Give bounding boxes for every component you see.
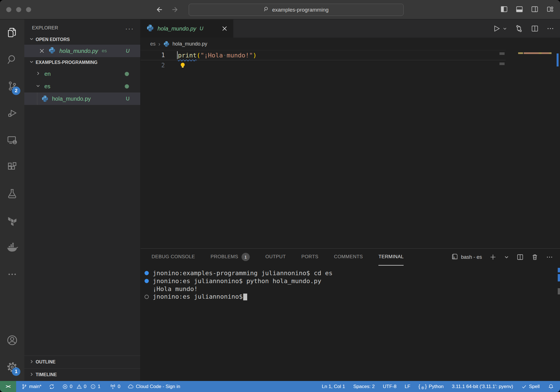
tab-bar: hola_mundo.py U — [141, 20, 560, 38]
extensions-icon — [7, 161, 18, 174]
toggle-secondary-sidebar-icon[interactable] — [531, 5, 539, 14]
cursor-position-status[interactable]: Ln 1, Col 1 — [322, 384, 345, 389]
breadcrumb-file[interactable]: hola_mundo.py — [173, 41, 207, 47]
activity-extensions[interactable] — [0, 154, 24, 181]
activity-source-control[interactable]: 2 — [0, 73, 24, 100]
breadcrumb-folder[interactable]: es — [150, 41, 156, 47]
zoom-window-button[interactable] — [26, 7, 31, 12]
activity-run-debug[interactable] — [0, 100, 24, 127]
tree-item-folder-es[interactable]: es — [24, 80, 140, 92]
editor-more-actions-icon[interactable] — [546, 25, 554, 33]
line-number: 1 — [141, 52, 178, 59]
timeline-header[interactable]: TIMELINE — [24, 368, 140, 381]
overview-ruler-info-marker — [557, 53, 559, 66]
split-terminal-icon[interactable] — [516, 253, 524, 261]
terminal-overview-mark — [558, 274, 560, 281]
close-window-button[interactable] — [6, 7, 11, 12]
chevron-down-icon — [36, 83, 40, 90]
line-number: 2 — [141, 62, 178, 69]
explorer-actions-icon[interactable]: ··· — [125, 25, 134, 34]
activity-explorer[interactable] — [0, 20, 24, 46]
open-editor-item[interactable]: hola_mundo.py es U — [24, 45, 140, 57]
split-editor-icon[interactable] — [531, 25, 539, 33]
lightbulb-icon[interactable] — [179, 62, 186, 69]
activity-accounts[interactable] — [0, 327, 24, 354]
command-center-search[interactable]: examples-programming — [189, 4, 404, 16]
ports-status[interactable]: 0 — [110, 384, 120, 389]
activity-docker[interactable] — [0, 234, 24, 261]
tree-item-file-hola-mundo[interactable]: hola_mundo.py U — [24, 92, 140, 105]
remote-indicator[interactable]: >< — [0, 381, 16, 392]
python-file-icon — [41, 95, 49, 102]
tab-terminal[interactable]: TERMINAL — [378, 249, 404, 266]
indentation-status[interactable]: Spaces: 2 — [353, 384, 375, 389]
cloud-code-signin[interactable]: Cloud Code - Sign in — [128, 384, 180, 390]
cloud-icon — [128, 384, 134, 390]
tab-ports[interactable]: PORTS — [301, 249, 318, 266]
tab-debug-console[interactable]: DEBUG CONSOLE — [152, 249, 195, 266]
explorer-sidebar: EXPLORER ··· OPEN EDITORS hola_mundo.py … — [24, 20, 141, 381]
git-branch-status[interactable]: main* — [21, 384, 41, 389]
chevron-right-icon — [29, 359, 34, 365]
whitespace-dot: · — [223, 52, 227, 59]
minimap-decoration — [499, 52, 505, 55]
eol-status[interactable]: LF — [405, 384, 410, 389]
notifications-bell[interactable] — [548, 384, 554, 390]
tab-problems[interactable]: PROBLEMS1 — [211, 249, 250, 266]
chevron-separator: › — [158, 41, 160, 47]
problems-badge: 1 — [242, 253, 250, 261]
activity-search[interactable] — [0, 46, 24, 73]
forward-icon[interactable] — [171, 6, 179, 14]
toggle-sidebar-icon[interactable] — [500, 5, 508, 14]
text-cursor — [177, 51, 178, 59]
encoding-status[interactable]: UTF-8 — [383, 384, 397, 389]
language-mode-status[interactable]: { } Python — [419, 384, 444, 389]
minimap[interactable] — [518, 52, 552, 54]
terminal-text: ¡Hola mundo! — [153, 285, 198, 292]
close-editor-icon[interactable] — [39, 48, 45, 54]
terminal-session-selector[interactable]: $ bash - es — [451, 253, 482, 261]
workspace-header[interactable]: EXAMPLES-PROGRAMMING — [24, 57, 140, 68]
docker-icon — [6, 242, 18, 255]
spell-checker-status[interactable]: Spell — [521, 384, 540, 389]
back-icon[interactable] — [155, 6, 163, 14]
toggle-panel-icon[interactable] — [516, 5, 523, 14]
kill-terminal-icon[interactable] — [531, 253, 539, 261]
terminal-output[interactable]: jnonino:examples-programming juliannonin… — [141, 266, 560, 301]
command-success-dot — [145, 279, 149, 283]
command-success-dot — [145, 271, 149, 275]
activity-terraform[interactable] — [0, 208, 24, 234]
new-terminal-icon[interactable] — [489, 253, 497, 261]
run-python-file-button[interactable] — [493, 25, 507, 33]
close-tab-icon[interactable] — [221, 25, 228, 32]
open-editor-filename: hola_mundo.py — [59, 48, 98, 54]
activity-remote-explorer[interactable] — [0, 127, 24, 154]
code-editor[interactable]: 1 print("¡Hola·mundo!") 2 — [141, 50, 560, 248]
tree-item-folder-en[interactable]: en — [24, 68, 140, 80]
python-interpreter-status[interactable]: 3.11.1 64-bit ('3.11.1': pyenv) — [452, 384, 513, 389]
open-editors-header[interactable]: OPEN EDITORS — [24, 34, 140, 45]
open-changes-icon[interactable] — [515, 24, 523, 33]
terminal-line: jnonino:examples-programming juliannonin… — [145, 269, 560, 277]
python-file-icon — [146, 24, 154, 33]
radio-tower-icon — [110, 384, 116, 389]
problems-status[interactable]: 0 0 1 — [62, 384, 102, 389]
code-line-1: 1 print("¡Hola·mundo!") — [141, 50, 560, 60]
branch-icon — [21, 384, 27, 389]
terminal-dropdown-icon[interactable] — [504, 255, 509, 260]
sync-changes-button[interactable] — [49, 384, 55, 390]
minimize-window-button[interactable] — [16, 7, 21, 12]
panel-more-actions-icon[interactable] — [546, 253, 553, 261]
tab-output[interactable]: OUTPUT — [265, 249, 286, 266]
activity-more[interactable] — [0, 261, 24, 288]
sync-icon — [49, 384, 55, 390]
tab-comments[interactable]: COMMENTS — [334, 249, 363, 266]
tab-hola-mundo[interactable]: hola_mundo.py U — [141, 20, 233, 38]
terminal-text: jnonino:es juliannonino$ — [153, 293, 243, 300]
customize-layout-icon[interactable] — [546, 5, 554, 14]
outline-header[interactable]: OUTLINE — [24, 356, 140, 368]
activity-testing[interactable] — [0, 181, 24, 208]
code-token-function: print — [178, 52, 197, 59]
bottom-panel: DEBUG CONSOLE PROBLEMS1 OUTPUT PORTS COM… — [141, 248, 560, 381]
activity-settings[interactable]: 1 — [0, 354, 24, 381]
